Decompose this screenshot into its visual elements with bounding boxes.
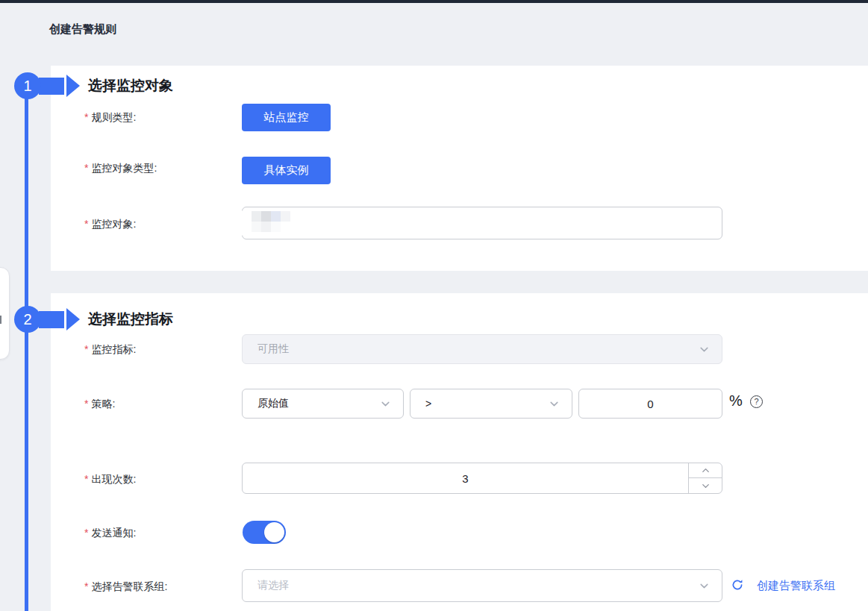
strategy-operator-select[interactable]: > [410,389,572,419]
strategy-operator-value: > [425,398,549,410]
metric-label: *监控指标: [84,343,136,357]
spinner-down-button[interactable] [689,478,722,493]
chevron-down-icon [699,344,710,355]
required-asterisk: * [84,111,88,123]
monitor-object-label: *监控对象: [84,218,136,231]
drawer-handle-mark [0,316,1,324]
contact-group-select[interactable]: 请选择 [242,569,722,602]
required-asterisk: * [84,218,88,230]
step-2-arrow-icon [66,308,80,330]
step-1-number: 1 [14,72,41,99]
number-spinner [688,463,722,493]
monitor-object-input[interactable] [242,207,722,239]
occurrence-label: *出现次数: [84,473,136,486]
contact-group-placeholder: 请选择 [257,579,699,592]
required-asterisk: * [84,527,88,539]
step-2-number: 2 [14,306,41,333]
step-1-arrow-icon [66,75,80,97]
strategy-statistic-value: 原始值 [257,397,380,410]
chevron-down-icon [699,580,710,592]
metric-select: 可用性 [242,334,722,364]
notify-toggle[interactable] [243,521,286,544]
toggle-knob [264,522,284,542]
refresh-icon[interactable] [731,578,744,592]
help-icon[interactable]: ? [750,395,763,408]
occurrence-input[interactable] [243,463,688,493]
contact-group-label: *选择告警联系组: [84,580,167,594]
top-bar [0,0,868,3]
redaction-patch [232,210,243,236]
required-asterisk: * [84,343,88,355]
rule-type-site-monitor-button[interactable]: 站点监控 [242,104,331,131]
required-asterisk: * [84,473,88,485]
chevron-down-icon [549,398,560,410]
spinner-up-button[interactable] [689,463,722,478]
rule-type-label: *规则类型: [84,111,136,125]
chevron-down-icon [380,398,391,410]
required-asterisk: * [84,398,88,410]
strategy-statistic-select[interactable]: 原始值 [242,389,404,419]
side-drawer-handle[interactable] [0,267,10,360]
chevron-up-icon [701,466,711,475]
step-2-badge-bar [39,311,64,328]
required-asterisk: * [84,580,88,592]
redacted-object-value [252,211,290,232]
section-select-monitor-object-card [51,66,868,271]
step-1-badge-bar [39,78,64,95]
strategy-label: *策略: [84,398,115,411]
create-alarm-rule-page: 创建告警规则 1 选择监控对象 *规则类型: 站点监控 *监控对象类型: 具体实… [0,0,868,611]
occurrence-number-field [242,463,722,494]
section-1-heading: 选择监控对象 [88,76,173,95]
object-type-label: *监控对象类型: [84,162,157,175]
object-type-instance-button[interactable]: 具体实例 [242,157,331,184]
strategy-unit: % [729,392,743,410]
create-contact-group-link[interactable]: 创建告警联系组 [757,579,835,593]
strategy-threshold-input[interactable] [578,389,722,419]
section-2-heading: 选择监控指标 [88,310,173,329]
notify-label: *发送通知: [84,527,136,540]
required-asterisk: * [84,162,88,174]
chevron-down-icon [701,481,711,491]
step-connector-line [25,97,28,611]
page-title: 创建告警规则 [49,22,116,37]
metric-selected-value: 可用性 [257,342,699,356]
